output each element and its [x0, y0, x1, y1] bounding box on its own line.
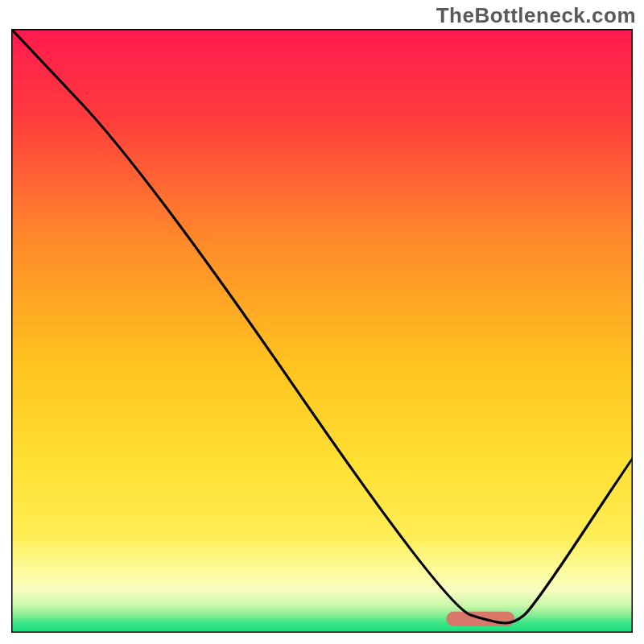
chart-svg [11, 29, 633, 633]
watermark-text: TheBottleneck.com [436, 3, 636, 28]
gradient-background [11, 29, 633, 633]
bottleneck-chart: TheBottleneck.com [0, 0, 644, 644]
plot-area [11, 29, 633, 633]
